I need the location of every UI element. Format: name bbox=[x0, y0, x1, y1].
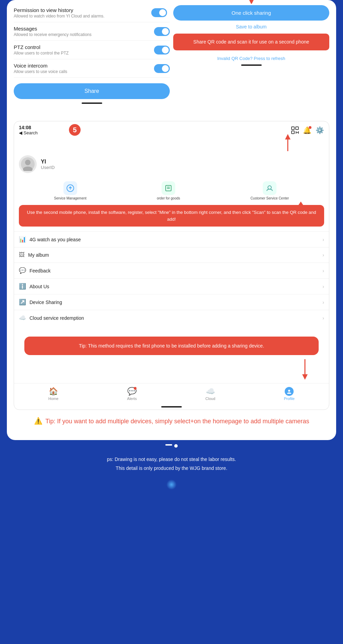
permission-item-ptz: PTZ control Allow users to control the P… bbox=[14, 41, 170, 59]
nav-alerts[interactable]: 💬 Alerts bbox=[127, 387, 137, 401]
about-icon: ℹ️ bbox=[19, 283, 26, 290]
phone-time: 14:08 bbox=[19, 125, 38, 130]
avatar-svg bbox=[21, 157, 35, 171]
settings-icon[interactable]: ⚙️ bbox=[316, 126, 324, 134]
permission-desc-voice: Allow users to use voice calls bbox=[14, 69, 154, 74]
footer-glow bbox=[166, 479, 177, 490]
bell-wrapper: 🔔 bbox=[303, 126, 311, 134]
avatar bbox=[19, 155, 37, 173]
share-button[interactable]: Share bbox=[14, 83, 170, 99]
menu-item-cloud-left: ☁️ Cloud service redemption bbox=[19, 314, 84, 321]
album-icon: 🖼 bbox=[19, 252, 25, 258]
home-icon: 🏠 bbox=[49, 387, 58, 396]
menu-item-sharing[interactable]: ↗️ Device Sharing › bbox=[14, 294, 329, 310]
notification-badge bbox=[309, 126, 311, 129]
4g-label: 4G watch as you please bbox=[29, 237, 81, 242]
svg-point-11 bbox=[25, 160, 31, 165]
menu-icon-customer[interactable]: Customer Service Center bbox=[250, 181, 289, 200]
service-label: Service Management bbox=[54, 196, 87, 200]
toggle-messages[interactable] bbox=[154, 27, 170, 36]
footer-line2: This detail is only produced by the WJG … bbox=[7, 464, 336, 473]
about-label: About Us bbox=[29, 284, 49, 289]
phone-top-icons: 🔔 ⚙️ bbox=[291, 126, 324, 134]
nav-alerts-label: Alerts bbox=[127, 397, 137, 401]
main-card: Permission to view history Allowed to wa… bbox=[7, 0, 336, 440]
orders-label: order for goods bbox=[157, 196, 180, 200]
slider-dot-1[interactable] bbox=[165, 444, 172, 446]
permission-desc-ptz: Allow users to control the PTZ bbox=[14, 51, 154, 56]
tip-box: Tip: This method requires the first phon… bbox=[24, 337, 319, 355]
slider-dots bbox=[0, 440, 343, 452]
permission-item-messages: Messages Allowed to receive emergency no… bbox=[14, 22, 170, 41]
one-click-wrapper: One click sharing bbox=[173, 5, 329, 24]
toggle-wrapper-messages bbox=[154, 27, 170, 36]
invalid-qr-link[interactable]: Invalid QR Code? Press to refresh bbox=[217, 56, 285, 61]
menu-item-feedback-left: 💬 Feedback bbox=[19, 267, 50, 274]
toggle-ptz[interactable] bbox=[154, 46, 170, 54]
toggle-wrapper-voice bbox=[154, 64, 170, 73]
phone-area: 14:08 ◀ Search 5 🔔 bbox=[14, 121, 329, 410]
permission-text-voice: Voice intercom Allow users to use voice … bbox=[14, 63, 154, 74]
permission-item-history: Permission to view history Allowed to wa… bbox=[14, 3, 170, 22]
about-chevron: › bbox=[322, 284, 324, 289]
cloud-icon: ☁️ bbox=[19, 314, 26, 321]
menu-icon-orders[interactable]: order for goods bbox=[157, 181, 180, 200]
profile-arrow-container bbox=[14, 359, 329, 380]
4g-icon: 📊 bbox=[19, 236, 26, 243]
main-tip-text: ⚠️ Tip: If you want to add multiple devi… bbox=[14, 415, 329, 426]
svg-marker-1 bbox=[249, 0, 254, 4]
menu-item-4g[interactable]: 📊 4G watch as you please › bbox=[14, 231, 329, 247]
nav-profile-label: Profile bbox=[284, 397, 295, 401]
menu-list: 📊 4G watch as you please › 🖼 My album › … bbox=[14, 231, 329, 326]
svg-point-21 bbox=[288, 390, 290, 392]
scan-icon[interactable] bbox=[291, 126, 299, 134]
one-click-button[interactable]: One click sharing bbox=[173, 5, 329, 21]
menu-icons-row: Service Management order for goods bbox=[14, 178, 329, 205]
profile-section: YI UserID bbox=[14, 153, 329, 178]
toggle-voice[interactable] bbox=[154, 64, 170, 73]
toggle-history[interactable] bbox=[151, 8, 167, 17]
scan-arrow-svg bbox=[281, 134, 295, 151]
sharing-chevron: › bbox=[322, 300, 324, 305]
svg-rect-3 bbox=[296, 127, 298, 130]
phone-back[interactable]: ◀ Search bbox=[19, 130, 38, 135]
menu-item-about-left: ℹ️ About Us bbox=[19, 283, 49, 290]
menu-item-4g-left: 📊 4G watch as you please bbox=[19, 236, 81, 243]
feedback-icon: 💬 bbox=[19, 267, 26, 274]
profile-nav-svg bbox=[287, 389, 292, 394]
svg-rect-4 bbox=[292, 131, 294, 134]
menu-item-cloud[interactable]: ☁️ Cloud service redemption › bbox=[14, 310, 329, 326]
feedback-label: Feedback bbox=[29, 268, 50, 274]
nav-home[interactable]: 🏠 Home bbox=[48, 387, 58, 401]
menu-item-album[interactable]: 🖼 My album › bbox=[14, 247, 329, 263]
phone-bottom-indicator bbox=[161, 406, 182, 408]
nav-cloud[interactable]: ☁️ Cloud bbox=[205, 387, 215, 401]
permission-title-voice: Voice intercom bbox=[14, 63, 154, 69]
permission-text-ptz: PTZ control Allow users to control the P… bbox=[14, 44, 154, 56]
menu-item-sharing-left: ↗️ Device Sharing bbox=[19, 299, 62, 306]
save-album-link[interactable]: Save to album bbox=[236, 24, 267, 29]
footer-line1: ps: Drawing is not easy, please do not s… bbox=[7, 455, 336, 464]
sharing-label: Device Sharing bbox=[29, 300, 62, 305]
permission-title-ptz: PTZ control bbox=[14, 44, 154, 50]
album-label: My album bbox=[28, 252, 49, 258]
orders-icon bbox=[162, 181, 175, 195]
slider-dot-2[interactable] bbox=[174, 444, 178, 448]
menu-item-about[interactable]: ℹ️ About Us › bbox=[14, 278, 329, 294]
cloud-label: Cloud service redemption bbox=[29, 315, 84, 321]
profile-info: YI UserID bbox=[41, 159, 55, 170]
bottom-line-left bbox=[82, 102, 102, 104]
sharing-icon: ↗️ bbox=[19, 299, 26, 306]
nav-profile[interactable]: Profile bbox=[284, 387, 295, 401]
toggle-wrapper-history bbox=[149, 7, 170, 19]
alerts-badge-wrapper: 💬 bbox=[127, 387, 137, 396]
qr-arrow-wrapper: Share QR code and scan it for use on a s… bbox=[173, 34, 329, 50]
album-chevron: › bbox=[322, 252, 324, 258]
bottom-line-right bbox=[241, 64, 262, 66]
footer: ps: Drawing is not easy, please do not s… bbox=[0, 452, 343, 476]
svg-marker-9 bbox=[285, 134, 291, 139]
menu-icon-service[interactable]: Service Management bbox=[54, 181, 87, 200]
toggle-wrapper-ptz bbox=[154, 46, 170, 54]
menu-item-feedback[interactable]: 💬 Feedback › bbox=[14, 263, 329, 278]
svg-point-18 bbox=[268, 186, 271, 189]
